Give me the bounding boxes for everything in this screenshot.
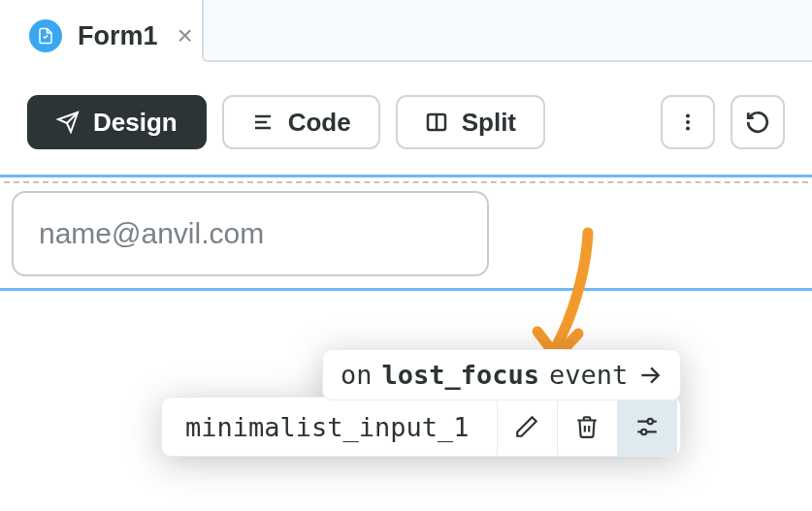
component-popover: on lost_focus event minimalist_input_1 bbox=[161, 349, 681, 457]
canvas-area: name@anvil.com bbox=[0, 175, 812, 291]
event-suggestion[interactable]: on lost_focus event bbox=[322, 349, 681, 400]
paper-plane-icon bbox=[56, 111, 80, 134]
svg-point-10 bbox=[648, 419, 653, 424]
design-label: Design bbox=[93, 108, 178, 138]
sliders-icon bbox=[634, 414, 660, 439]
delete-button[interactable] bbox=[557, 398, 617, 456]
split-icon bbox=[425, 111, 448, 134]
tab-label: Form1 bbox=[78, 21, 158, 51]
undo-icon bbox=[745, 110, 770, 135]
code-button[interactable]: Code bbox=[222, 95, 380, 149]
rename-button[interactable] bbox=[497, 398, 557, 456]
more-vertical-icon bbox=[677, 112, 698, 133]
undo-button[interactable] bbox=[731, 95, 785, 149]
design-button[interactable]: Design bbox=[27, 95, 207, 149]
settings-button[interactable] bbox=[617, 398, 677, 456]
input-placeholder: name@anvil.com bbox=[39, 217, 264, 250]
form-icon bbox=[29, 19, 62, 52]
component-container[interactable]: name@anvil.com bbox=[4, 181, 808, 284]
trash-icon bbox=[574, 414, 600, 439]
tab-form1[interactable]: Form1 × bbox=[17, 13, 209, 59]
svg-point-6 bbox=[686, 120, 690, 124]
split-label: Split bbox=[462, 108, 516, 138]
component-name-label: minimalist_input_1 bbox=[162, 398, 497, 456]
code-label: Code bbox=[288, 108, 351, 138]
view-toolbar: Design Code Split bbox=[0, 62, 812, 175]
more-button[interactable] bbox=[661, 95, 715, 149]
split-button[interactable]: Split bbox=[396, 95, 545, 149]
event-suffix: event bbox=[549, 360, 628, 390]
event-prefix: on bbox=[341, 360, 373, 390]
svg-point-7 bbox=[686, 126, 690, 130]
list-icon bbox=[251, 111, 275, 134]
svg-point-5 bbox=[686, 114, 690, 118]
arrow-right-icon bbox=[637, 363, 663, 388]
svg-point-12 bbox=[641, 430, 646, 434]
email-input[interactable]: name@anvil.com bbox=[12, 191, 489, 276]
event-name: lost_focus bbox=[382, 360, 540, 390]
pencil-icon bbox=[514, 414, 539, 439]
close-icon[interactable]: × bbox=[174, 22, 197, 49]
component-actions: minimalist_input_1 bbox=[161, 397, 681, 457]
